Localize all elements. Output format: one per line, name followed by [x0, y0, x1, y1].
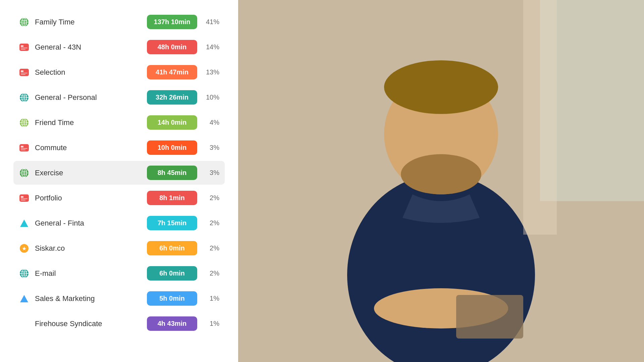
item-name: Firehouse Syndicate [35, 319, 142, 328]
item-name: Sales & Marketing [35, 294, 142, 303]
list-item[interactable]: Family Time 137h 10min 41% [13, 10, 225, 34]
svg-rect-8 [19, 69, 29, 76]
item-name: General - 43N [35, 43, 142, 52]
svg-marker-32 [20, 220, 28, 227]
svg-rect-7 [21, 49, 25, 50]
percentage: 14% [203, 43, 219, 51]
list-item[interactable]: ★ Siskar.co 6h 0min 2% [13, 236, 225, 260]
percentage: 3% [203, 169, 219, 177]
svg-rect-20 [19, 144, 29, 152]
percentage: 3% [203, 144, 219, 152]
list-item[interactable]: General - Personal 32h 26min 10% [13, 85, 225, 109]
svg-point-46 [401, 154, 481, 194]
list-item[interactable]: Commute 10h 0min 3% [13, 136, 225, 160]
time-badge: 10h 0min [147, 140, 197, 155]
rect-icon [19, 142, 30, 153]
fire-icon: 🔥 [19, 318, 30, 329]
rect-icon [19, 67, 30, 78]
percentage: 13% [203, 68, 219, 76]
triangle-icon [19, 218, 30, 229]
svg-rect-10 [21, 73, 28, 73]
item-name: Commute [35, 143, 142, 152]
percentage: 41% [203, 18, 219, 26]
time-badge: 8h 45min [147, 166, 197, 180]
svg-point-45 [384, 60, 498, 114]
percentage: 2% [203, 219, 219, 227]
svg-rect-5 [21, 45, 23, 47]
svg-rect-22 [21, 148, 28, 149]
time-badge: 32h 26min [147, 90, 197, 105]
item-name: Selection [35, 68, 142, 77]
list-item[interactable]: Friend Time 14h 0min 4% [13, 111, 225, 134]
photo-panel [238, 0, 644, 362]
svg-rect-30 [21, 198, 28, 199]
photo-background [238, 0, 644, 362]
time-badge: 6h 0min [147, 241, 197, 255]
svg-rect-9 [21, 70, 23, 72]
time-badge: 5h 0min [147, 291, 197, 306]
list-panel: Family Time 137h 10min 41% General - 43N… [0, 0, 238, 362]
list-item[interactable]: General - Finta 7h 15min 2% [13, 211, 225, 235]
svg-rect-11 [21, 74, 25, 75]
svg-rect-4 [19, 44, 29, 51]
svg-rect-21 [21, 146, 23, 147]
star-icon: ★ [19, 243, 30, 254]
percentage: 10% [203, 94, 219, 101]
time-badge: 8h 1min [147, 191, 197, 205]
time-badge: 48h 0min [147, 40, 197, 54]
percentage: 1% [203, 320, 219, 327]
percentage: 1% [203, 295, 219, 302]
svg-rect-29 [21, 196, 23, 198]
time-badge: 41h 47min [147, 65, 197, 79]
item-name: Friend Time [35, 118, 142, 127]
percentage: 4% [203, 119, 219, 126]
time-badge: 7h 15min [147, 216, 197, 230]
item-name: General - Personal [35, 93, 142, 102]
globe-icon [19, 117, 30, 128]
svg-text:★: ★ [22, 246, 26, 251]
svg-rect-31 [21, 200, 25, 200]
item-name: E-mail [35, 269, 142, 278]
list-item[interactable]: Exercise 8h 45min 3% [13, 161, 225, 185]
item-name: Siskar.co [35, 244, 142, 253]
item-name: Portfolio [35, 194, 142, 202]
svg-rect-28 [19, 194, 29, 202]
globe-icon [19, 268, 30, 279]
item-name: Family Time [35, 18, 142, 26]
percentage: 2% [203, 244, 219, 252]
list-item[interactable]: 🔥 Firehouse Syndicate 4h 43min 1% [13, 312, 225, 336]
list-item[interactable]: Selection 41h 47min 13% [13, 60, 225, 84]
time-badge: 14h 0min [147, 115, 197, 130]
globe-icon [19, 17, 30, 27]
time-badge: 137h 10min [147, 15, 197, 29]
globe-icon [19, 168, 30, 178]
svg-rect-6 [21, 48, 28, 48]
percentage: 2% [203, 194, 219, 202]
svg-rect-48 [456, 295, 523, 339]
time-badge: 6h 0min [147, 266, 197, 281]
svg-text:🔥: 🔥 [20, 319, 29, 328]
percentage: 2% [203, 269, 219, 277]
item-name: Exercise [35, 169, 142, 177]
rect-icon [19, 42, 30, 53]
triangle-icon [19, 293, 30, 304]
svg-marker-39 [20, 295, 28, 302]
time-badge: 4h 43min [147, 316, 197, 331]
svg-rect-49 [523, 0, 557, 235]
list-item[interactable]: Portfolio 8h 1min 2% [13, 186, 225, 210]
item-name: General - Finta [35, 219, 142, 228]
globe-icon [19, 92, 30, 103]
svg-rect-23 [21, 149, 25, 150]
list-item[interactable]: Sales & Marketing 5h 0min 1% [13, 287, 225, 310]
rect-icon [19, 193, 30, 203]
list-item[interactable]: General - 43N 48h 0min 14% [13, 35, 225, 59]
list-item[interactable]: E-mail 6h 0min 2% [13, 261, 225, 285]
